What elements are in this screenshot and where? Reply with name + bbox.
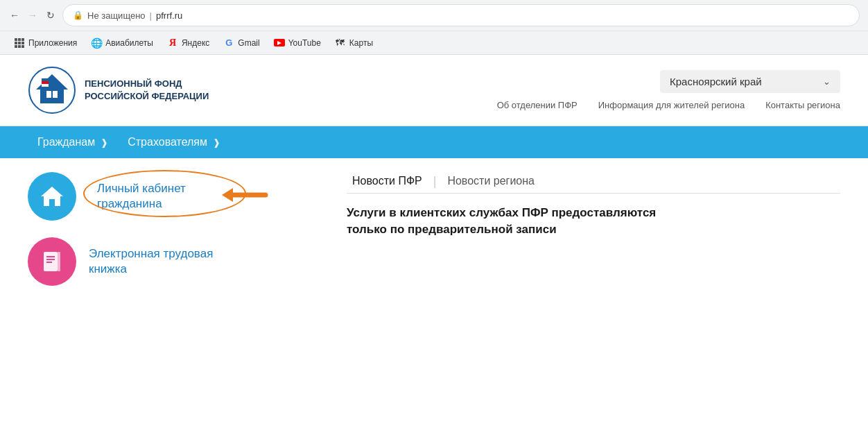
news-headline: Услуги в клиентских службах ПФР предоста… (347, 205, 679, 238)
logo-area: ПЕНСИОННЫЙ ФОНД РОССИЙСКОЙ ФЕДЕРАЦИИ (28, 66, 209, 114)
svg-rect-3 (46, 91, 51, 98)
bookmark-apps-label: Приложения (28, 38, 77, 48)
site-header: ПЕНСИОННЫЙ ФОНД РОССИЙСКОЙ ФЕДЕРАЦИИ Кра… (0, 55, 868, 126)
service-item-ebook: Электронная трудовая книжка (28, 237, 319, 286)
ebook-link[interactable]: Электронная трудовая книжка (89, 246, 213, 277)
logo-line2: РОССИЙСКОЙ ФЕДЕРАЦИИ (85, 90, 209, 103)
bookmarks-bar: Приложения 🌐 Авиабилеты Я Яндекс G Gmail… (0, 31, 868, 54)
bookmark-yandex-label: Яндекс (182, 38, 209, 48)
bookmark-avia-label: Авиабилеты (105, 38, 153, 48)
logo-emblem (28, 66, 76, 114)
logo-line1: ПЕНСИОННЫЙ ФОНД (85, 78, 209, 90)
svg-marker-2 (36, 74, 68, 90)
main-content: Личный кабинет гражданина (0, 158, 868, 316)
nav-citizens-label: Гражданам (37, 136, 95, 148)
nav-item-insurers[interactable]: Страхователям ❱ (118, 126, 230, 158)
maps-icon: 🗺 (335, 37, 346, 49)
bookmark-maps-label: Карты (349, 38, 373, 48)
svg-marker-8 (41, 187, 63, 206)
bookmark-maps[interactable]: 🗺 Карты (329, 35, 379, 51)
tab-news-pfr[interactable]: Новости ПФР (347, 172, 428, 190)
nav-item-citizens[interactable]: Гражданам ❱ (28, 126, 118, 158)
svg-rect-6 (42, 78, 49, 81)
svg-rect-13 (46, 256, 55, 257)
nav-chevron-citizens: ❱ (101, 137, 108, 148)
cabinet-link[interactable]: Личный кабинет гражданина (89, 178, 194, 214)
ebook-icon (28, 237, 76, 286)
browser-chrome: ← → ↻ 🔒 Не защищено | pfrrf.ru Приложени… (0, 0, 868, 55)
service-item-cabinet: Личный кабинет гражданина (28, 172, 319, 221)
grid-icon (14, 37, 25, 49)
header-right: Красноярский край ⌄ Об отделении ПФР Инф… (236, 70, 840, 110)
news-content: Услуги в клиентских службах ПФР предоста… (347, 205, 840, 238)
page-content: ПЕНСИОННЫЙ ФОНД РОССИЙСКОЙ ФЕДЕРАЦИИ Кра… (0, 55, 868, 316)
cabinet-icon (28, 172, 76, 221)
nav-chevron-insurers: ❱ (213, 137, 220, 148)
globe-icon: 🌐 (91, 37, 102, 49)
main-nav: Гражданам ❱ Страхователям ❱ (0, 126, 868, 158)
address-bar[interactable]: 🔒 Не защищено | pfrrf.ru (62, 4, 860, 26)
youtube-icon (274, 37, 285, 49)
left-panel: Личный кабинет гражданина (28, 172, 319, 303)
bookmark-youtube[interactable]: YouTube (268, 35, 327, 51)
refresh-button[interactable]: ↻ (44, 9, 57, 22)
cabinet-label-line2: гражданина (97, 197, 162, 210)
svg-rect-5 (42, 81, 49, 84)
bookmark-avia[interactable]: 🌐 Авиабилеты (85, 35, 159, 51)
right-panel: Новости ПФР | Новости региона Услуги в к… (347, 172, 840, 303)
security-label: Не защищено (87, 10, 146, 21)
svg-rect-16 (58, 252, 60, 271)
arrow-pointer (220, 180, 269, 213)
ebook-label-line2: книжка (89, 262, 127, 275)
yandex-icon: Я (167, 37, 178, 49)
cabinet-label-line1: Личный кабинет (97, 182, 186, 195)
svg-marker-11 (222, 188, 233, 202)
forward-button[interactable]: → (26, 9, 39, 22)
tab-news-region[interactable]: Новости региона (442, 172, 540, 190)
nav-link-about[interactable]: Об отделении ПФР (497, 100, 578, 110)
chevron-down-icon: ⌄ (823, 76, 831, 87)
browser-toolbar: ← → ↻ 🔒 Не защищено | pfrrf.ru (0, 0, 868, 31)
logo-text: ПЕНСИОННЫЙ ФОНД РОССИЙСКОЙ ФЕДЕРАЦИИ (85, 78, 209, 103)
news-tabs: Новости ПФР | Новости региона (347, 172, 840, 194)
bookmark-apps[interactable]: Приложения (8, 35, 83, 51)
header-nav: Об отделении ПФР Информация для жителей … (497, 100, 840, 110)
back-button[interactable]: ← (8, 9, 21, 22)
url-text: pfrrf.ru (156, 10, 182, 21)
ebook-label-line1: Электронная трудовая (89, 247, 213, 260)
svg-rect-1 (40, 88, 64, 103)
svg-rect-4 (53, 91, 58, 98)
svg-rect-14 (46, 259, 55, 260)
bookmark-gmail[interactable]: G Gmail (218, 35, 265, 51)
bookmark-youtube-label: YouTube (288, 38, 321, 48)
nav-link-info[interactable]: Информация для жителей региона (598, 100, 745, 110)
svg-rect-7 (42, 84, 49, 87)
url-separator: | (150, 10, 152, 21)
nav-link-contacts[interactable]: Контакты региона (765, 100, 840, 110)
region-selector[interactable]: Красноярский край ⌄ (660, 70, 840, 93)
bookmark-yandex[interactable]: Я Яндекс (162, 35, 215, 51)
bookmark-gmail-label: Gmail (238, 38, 259, 48)
lock-icon: 🔒 (73, 10, 83, 20)
svg-rect-15 (46, 262, 52, 263)
nav-insurers-label: Страхователям (128, 136, 207, 148)
news-tab-separator: | (433, 174, 437, 189)
google-icon: G (223, 37, 234, 49)
region-name: Красноярский край (670, 76, 762, 87)
